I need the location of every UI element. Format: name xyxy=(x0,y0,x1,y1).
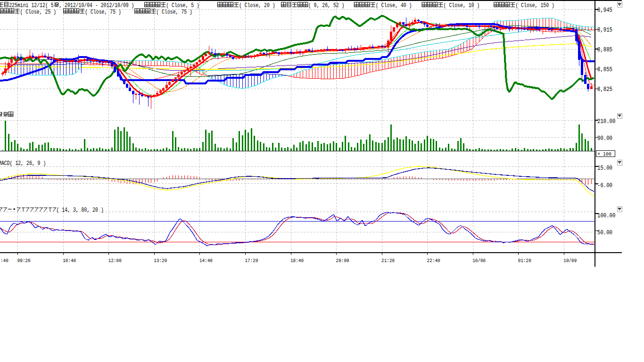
svg-text:21:20: 21:20 xyxy=(381,257,395,263)
svg-text:( Close, 5 ): ( Close, 5 ) xyxy=(166,2,199,9)
svg-text:( Close, 75 ): ( Close, 75 ) xyxy=(85,9,121,16)
svg-text:13:20: 13:20 xyxy=(154,257,167,263)
svg-text:( Close, 10 ): ( Close, 10 ) xyxy=(444,2,480,9)
svg-text:× 100: × 100 xyxy=(597,151,611,157)
svg-text:12:00: 12:00 xyxy=(108,257,122,263)
svg-text:( Close, 25 ): ( Close, 25 ) xyxy=(20,9,56,16)
svg-text:( Close, 75 ): ( Close, 75 ) xyxy=(156,9,192,16)
svg-text:( 14, 3, 80, 20 ): ( 14, 3, 80, 20 ) xyxy=(57,207,104,214)
svg-text::40: :40 xyxy=(0,257,8,263)
svg-text:( Close, 150 ): ( Close, 150 ) xyxy=(515,2,554,9)
svg-text:MACD( 12, 26, 9 ): MACD( 12, 26, 9 ) xyxy=(0,160,46,167)
svg-text:8,885: 8,885 xyxy=(597,47,612,53)
svg-text:50.00: 50.00 xyxy=(597,230,612,236)
svg-text:8,825: 8,825 xyxy=(597,86,612,93)
svg-text:, 2012/10/04 - 2012/10/09 ): , 2012/10/04 - 2012/10/09 ) xyxy=(59,2,134,9)
svg-text:20:00: 20:00 xyxy=(336,257,349,263)
svg-text:-6.00: -6.00 xyxy=(597,182,612,189)
svg-text:8,915: 8,915 xyxy=(597,27,612,33)
svg-text:8,855: 8,855 xyxy=(597,66,612,73)
svg-text:( Close, 20 ): ( Close, 20 ) xyxy=(239,2,275,9)
svg-text:100.00: 100.00 xyxy=(597,213,615,219)
svg-text:17:20: 17:20 xyxy=(245,257,258,263)
svg-text:( Close, 40 ): ( Close, 40 ) xyxy=(376,2,412,9)
svg-text:01:20: 01:20 xyxy=(518,257,531,263)
svg-text:8,945: 8,945 xyxy=(597,7,612,14)
svg-text:18:40: 18:40 xyxy=(290,257,304,263)
svg-text:22:40: 22:40 xyxy=(427,257,440,263)
svg-text:90.00: 90.00 xyxy=(597,135,612,142)
svg-text:210.00: 210.00 xyxy=(597,118,615,125)
svg-text:10:40: 10:40 xyxy=(63,257,76,263)
svg-text:14:40: 14:40 xyxy=(199,257,213,263)
svg-text:10/06: 10/06 xyxy=(472,257,486,263)
svg-text:15.00: 15.00 xyxy=(597,165,612,172)
svg-text:225mini 12/12( 5: 225mini 12/12( 5 xyxy=(9,2,53,9)
svg-text:09:20: 09:20 xyxy=(17,257,31,263)
svg-text:10/09: 10/09 xyxy=(563,257,577,263)
svg-text:( 9, 26, 52 ): ( 9, 26, 52 ) xyxy=(308,2,345,9)
